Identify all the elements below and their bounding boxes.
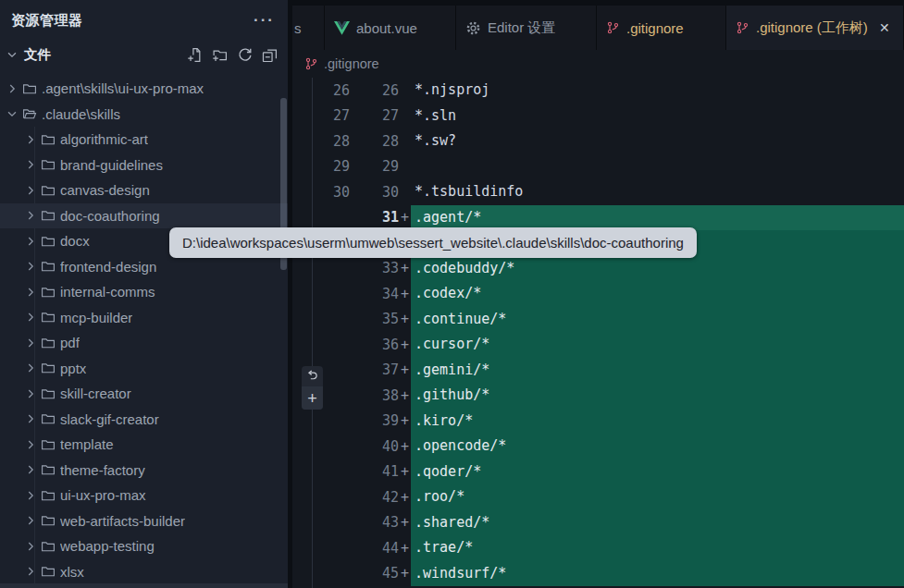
tree-item-label: internal-comms: [60, 284, 155, 300]
diff-added-marker: +: [399, 260, 411, 276]
git-branch-icon: [304, 56, 318, 71]
tree-item-label: .agent\skills\ui-ux-pro-max: [42, 80, 204, 96]
code-line-39[interactable]: 39+.kiro/*: [292, 409, 904, 435]
code-line-35[interactable]: 35+.continue/*: [292, 307, 904, 333]
old-line-number: 30: [292, 184, 350, 201]
diff-editor-content[interactable]: 2626*.njsproj2727*.sln2828*.sw?29293030*…: [292, 78, 904, 586]
tree-item-theme-factory[interactable]: theme-factory: [0, 458, 288, 484]
more-actions-icon[interactable]: ···: [254, 11, 275, 30]
new-line-number: 43: [350, 514, 399, 531]
folder-icon: [41, 539, 60, 554]
chevron-right-icon: [24, 286, 41, 299]
tree-item-label: brand-guidelines: [60, 157, 163, 173]
files-section-header[interactable]: 文件: [0, 41, 288, 68]
code-line-42[interactable]: 42+.roo/*: [292, 484, 904, 510]
diff-action-widget: +: [302, 366, 323, 410]
tree-item-template[interactable]: template: [0, 432, 288, 458]
tab-s[interactable]: s: [292, 6, 325, 50]
git-branch-icon: [606, 20, 620, 35]
new-line-number: 35: [350, 311, 399, 327]
tree-item-skill-creator[interactable]: skill-creator: [0, 381, 288, 407]
tree-item-label: algorithmic-art: [60, 131, 148, 147]
tree-item-brand-guidelines[interactable]: brand-guidelines: [0, 153, 288, 178]
tree-item-label: pdf: [60, 335, 80, 350]
tree-item-label: canvas-design: [60, 182, 150, 198]
line-text: *.tsbuildinfo: [411, 179, 904, 205]
tree-item-ui-ux-pro-max[interactable]: ui-ux-pro-max: [0, 483, 288, 508]
code-line-37[interactable]: 37+.gemini/*: [292, 358, 904, 384]
new-line-number: 26: [350, 82, 399, 99]
tree-item-webapp-testing[interactable]: webapp-testing: [0, 533, 288, 559]
sidebar-horizontal-scrollbar[interactable]: [0, 583, 288, 588]
chevron-right-icon: [24, 514, 41, 527]
tree-item-mcp-builder[interactable]: mcp-builder: [0, 305, 288, 331]
tree-item-label: pptx: [60, 361, 86, 376]
chevron-right-icon: [24, 337, 41, 349]
new-line-number: 30: [350, 184, 399, 201]
tree-item-label: docx: [60, 233, 90, 249]
tree-item-internal-comms[interactable]: internal-comms: [0, 279, 288, 305]
explorer-sidebar: 资源管理器 ··· 文件 .agent\skills\ui-ux-pro-max…: [0, 0, 288, 588]
folder-icon: [41, 564, 60, 579]
tree-item-doc-coauthoring[interactable]: doc-coauthoring: [0, 203, 288, 229]
new-folder-icon[interactable]: [210, 45, 229, 64]
tree-item-label: skill-creator: [60, 386, 131, 401]
tree-item-pdf[interactable]: pdf: [0, 330, 288, 356]
refresh-icon[interactable]: [235, 45, 254, 64]
code-line-36[interactable]: 36+.cursor/*: [292, 332, 904, 358]
add-change-button[interactable]: +: [302, 386, 323, 410]
collapse-all-icon[interactable]: [260, 45, 279, 64]
tree-item-web-artifacts-builder[interactable]: web-artifacts-builder: [0, 508, 288, 534]
line-text: .roo/*: [411, 484, 904, 510]
folder-icon: [41, 310, 60, 325]
breadcrumb[interactable]: .gitignore: [292, 50, 904, 78]
discard-change-icon[interactable]: [305, 366, 319, 386]
old-line-number: 29: [292, 158, 350, 175]
tree-item--claude-skills[interactable]: .claude\skills: [0, 102, 288, 128]
old-line-number: 26: [292, 82, 350, 99]
code-line-41[interactable]: 41+.qoder/*: [292, 459, 904, 485]
line-text: *.njsproj: [411, 78, 904, 104]
tab-about.vue[interactable]: about.vue: [325, 6, 456, 50]
code-line-43[interactable]: 43+.shared/*: [292, 510, 904, 536]
tree-item-slack-gif-creator[interactable]: slack-gif-creator: [0, 407, 288, 433]
folder-icon: [41, 386, 60, 401]
tree-item-canvas-design[interactable]: canvas-design: [0, 178, 288, 203]
folder-icon: [41, 513, 60, 528]
code-line-31[interactable]: 31+.agent/*: [292, 205, 904, 231]
code-line-27[interactable]: 2727*.sln: [292, 104, 904, 129]
new-line-number: 38: [350, 387, 399, 404]
code-line-26[interactable]: 2626*.njsproj: [292, 78, 904, 104]
gear-icon: [465, 20, 481, 36]
tab-.gitignore-[interactable]: .gitignore (工作树)✕: [726, 6, 904, 50]
line-text: .continue/*: [411, 307, 904, 333]
code-line-33[interactable]: 33+.codebuddy/*: [292, 256, 904, 282]
line-text: .cursor/*: [411, 332, 904, 358]
tab-.gitignore[interactable]: .gitignore: [597, 6, 726, 50]
tree-item-label: xlsx: [60, 564, 84, 580]
tree-item-algorithmic-art[interactable]: algorithmic-art: [0, 127, 288, 153]
old-line-number: 27: [292, 107, 350, 124]
code-line-45[interactable]: 45+.windsurf/*: [292, 561, 904, 587]
close-icon[interactable]: ✕: [879, 20, 890, 35]
code-line-40[interactable]: 40+.opencode/*: [292, 434, 904, 459]
new-file-icon[interactable]: [185, 45, 204, 64]
code-line-30[interactable]: 3030*.tsbuildinfo: [292, 179, 904, 205]
line-text: .github/*: [411, 383, 904, 409]
git-branch-icon: [736, 20, 749, 35]
new-line-number: 37: [350, 361, 399, 378]
code-line-44[interactable]: 44+.trae/*: [292, 535, 904, 561]
explorer-header: 资源管理器 ···: [0, 0, 288, 41]
code-line-38[interactable]: 38+.github/*: [292, 383, 904, 409]
tree-item--agent-skills-ui-ux-pro-max[interactable]: .agent\skills\ui-ux-pro-max: [0, 76, 288, 102]
code-line-34[interactable]: 34+.codex/*: [292, 281, 904, 307]
tab-editor-[interactable]: Editor 设置: [456, 6, 597, 50]
code-line-28[interactable]: 2828*.sw?: [292, 129, 904, 154]
window: 资源管理器 ··· 文件 .agent\skills\ui-ux-pro-max…: [0, 0, 904, 588]
tree-item-label: webapp-testing: [60, 538, 155, 554]
tree-item-xlsx[interactable]: xlsx: [0, 559, 288, 585]
tree-item-label: template: [60, 436, 114, 452]
tree-item-pptx[interactable]: pptx: [0, 356, 288, 382]
code-line-29[interactable]: 2929: [292, 154, 904, 180]
folder-icon: [41, 361, 60, 375]
